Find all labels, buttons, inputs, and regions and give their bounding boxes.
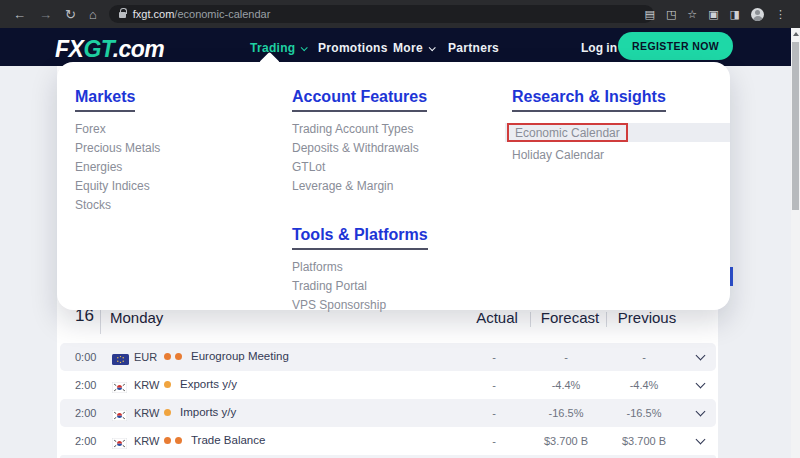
menu-item-gtlot[interactable]: GTLot	[292, 161, 427, 173]
previous-value: -16.5%	[610, 407, 678, 419]
side-panel-icon[interactable]: ◨	[730, 9, 740, 20]
day-separator	[100, 309, 101, 334]
nav-promotions-label: Promotions	[318, 41, 388, 55]
back-icon[interactable]: ←	[13, 8, 26, 21]
nav-promotions[interactable]: Promotions	[318, 41, 388, 55]
share-icon[interactable]: ◳	[666, 9, 676, 20]
nav-more[interactable]: More	[393, 41, 434, 55]
menu-item-equity-indices[interactable]: Equity Indices	[75, 180, 160, 192]
event-name: Exports y/y	[180, 378, 237, 390]
scrollbar-up-arrow[interactable]	[791, 28, 800, 40]
day-name: Monday	[110, 309, 163, 326]
event-name: Trade Balance	[191, 434, 265, 446]
previous-value: -4.4%	[610, 379, 678, 391]
menu-column-tools-platforms: Tools & Platforms Platforms Trading Port…	[292, 226, 428, 318]
red-highlight-box: Economic Calendar	[507, 123, 628, 142]
column-separator	[606, 312, 607, 327]
logo-dotcom: .com	[113, 36, 165, 62]
logo-gt: GT	[83, 36, 112, 62]
menu-item-economic-calendar[interactable]: Economic Calendar	[515, 127, 620, 139]
reload-icon[interactable]: ↻	[65, 8, 76, 21]
forward-icon[interactable]: →	[39, 8, 52, 21]
eu-flag-icon	[112, 351, 129, 369]
importance-dot	[175, 437, 182, 444]
expand-chevron-icon[interactable]	[696, 407, 706, 417]
menu-item-holiday-calendar[interactable]: Holiday Calendar	[512, 149, 730, 161]
browser-toolbar: ← → ↻ ⌂ fxgt.com /economic-calendar ▤ ◳ …	[0, 0, 800, 28]
nav-partners[interactable]: Partners	[448, 41, 499, 55]
menu-column-markets: Markets Forex Precious Metals Energies E…	[75, 88, 160, 218]
fxgt-logo[interactable]: FXGT.com	[55, 36, 164, 63]
menu-item-trading-portal[interactable]: Trading Portal	[292, 280, 428, 292]
extensions-icon[interactable]: ▣	[708, 9, 718, 20]
event-time: 2:00	[75, 407, 96, 419]
column-separator	[530, 312, 531, 327]
event-cell: Exports y/y	[164, 378, 237, 390]
menu-item-vps-sponsorship[interactable]: VPS Sponsorship	[292, 299, 428, 311]
currency-code: KRW	[134, 435, 159, 447]
currency-code: EUR	[134, 351, 157, 363]
menu-item-trading-account-types[interactable]: Trading Account Types	[292, 123, 427, 135]
event-time: 0:00	[75, 351, 96, 363]
menu-item-leverage-margin[interactable]: Leverage & Margin	[292, 180, 427, 192]
calendar-row-trade-balance[interactable]: 2:00 KRW Trade Balance - $3.700 B $3.700…	[60, 427, 716, 455]
menu-item-forex[interactable]: Forex	[75, 123, 160, 135]
calendar-row-eurogroup-meeting[interactable]: 0:00 EUR Eurogroup Meeting - - -	[60, 343, 716, 371]
expand-chevron-icon[interactable]	[696, 435, 706, 445]
actual-value: -	[460, 379, 528, 391]
register-now-button[interactable]: REGISTER NOW	[618, 32, 733, 60]
expand-chevron-icon[interactable]	[696, 351, 706, 361]
column-header-forecast: Forecast	[532, 309, 608, 326]
menu-item-stocks[interactable]: Stocks	[75, 199, 160, 211]
event-time: 2:00	[75, 379, 96, 391]
previous-value: -	[610, 351, 678, 363]
scrollbar-thumb[interactable]	[792, 42, 799, 210]
menu-column-research-insights: Research & Insights Economic Calendar Ho…	[505, 88, 730, 168]
actual-value: -	[460, 435, 528, 447]
login-link[interactable]: Log in	[581, 41, 617, 55]
menu-heading-tools-platforms[interactable]: Tools & Platforms	[292, 226, 428, 250]
forecast-value: -16.5%	[532, 407, 600, 419]
menu-dots-icon[interactable]: ⋮	[775, 9, 786, 20]
screen: ← → ↻ ⌂ fxgt.com /economic-calendar ▤ ◳ …	[0, 0, 800, 458]
chevron-down-icon	[429, 44, 436, 51]
site-header: FXGT.com Trading Promotions More Partner…	[0, 28, 800, 66]
expand-chevron-icon[interactable]	[696, 379, 706, 389]
menu-heading-account-features[interactable]: Account Features	[292, 88, 427, 112]
logo-fx: FX	[55, 36, 83, 62]
importance-dot	[164, 409, 171, 416]
menu-item-precious-metals[interactable]: Precious Metals	[75, 142, 160, 154]
browser-actions: ▤ ◳ ☆ ▣ ◨ ⋮	[645, 0, 787, 28]
home-icon[interactable]: ⌂	[89, 8, 97, 21]
bookmark-star-icon[interactable]: ☆	[687, 9, 697, 20]
highlighted-menu-row: Economic Calendar	[505, 123, 730, 142]
menu-heading-research-insights[interactable]: Research & Insights	[512, 88, 666, 112]
kr-flag-icon	[112, 379, 127, 397]
menu-item-deposits-withdrawals[interactable]: Deposits & Withdrawals	[292, 142, 427, 154]
event-cell: Trade Balance	[164, 434, 265, 446]
kr-flag-icon	[112, 435, 127, 453]
event-time: 2:00	[75, 435, 96, 447]
trading-mega-menu: Markets Forex Precious Metals Energies E…	[57, 62, 730, 310]
menu-heading-markets[interactable]: Markets	[75, 88, 135, 112]
currency-code: KRW	[134, 407, 159, 419]
kr-flag-icon	[112, 407, 127, 425]
currency-code: KRW	[134, 379, 159, 391]
importance-dot	[164, 381, 171, 388]
menu-item-platforms[interactable]: Platforms	[292, 261, 428, 273]
calendar-row-exports[interactable]: 2:00 KRW Exports y/y - -4.4% -4.4%	[60, 371, 716, 399]
event-name: Imports y/y	[180, 406, 236, 418]
url-path: /economic-calendar	[174, 8, 270, 20]
forecast-value: -4.4%	[532, 379, 600, 391]
previous-value: $3.700 B	[610, 435, 678, 447]
translate-icon[interactable]: ▤	[645, 9, 655, 20]
obscured-element-edge	[730, 267, 733, 286]
calendar-row-imports[interactable]: 2:00 KRW Imports y/y - -16.5% -16.5%	[60, 399, 716, 427]
lock-icon	[119, 12, 126, 18]
profile-avatar[interactable]	[751, 8, 764, 21]
address-bar[interactable]: fxgt.com /economic-calendar	[109, 5, 654, 23]
importance-dot	[175, 353, 182, 360]
forecast-value: -	[532, 351, 600, 363]
menu-item-energies[interactable]: Energies	[75, 161, 160, 173]
nav-trading[interactable]: Trading	[250, 41, 306, 55]
